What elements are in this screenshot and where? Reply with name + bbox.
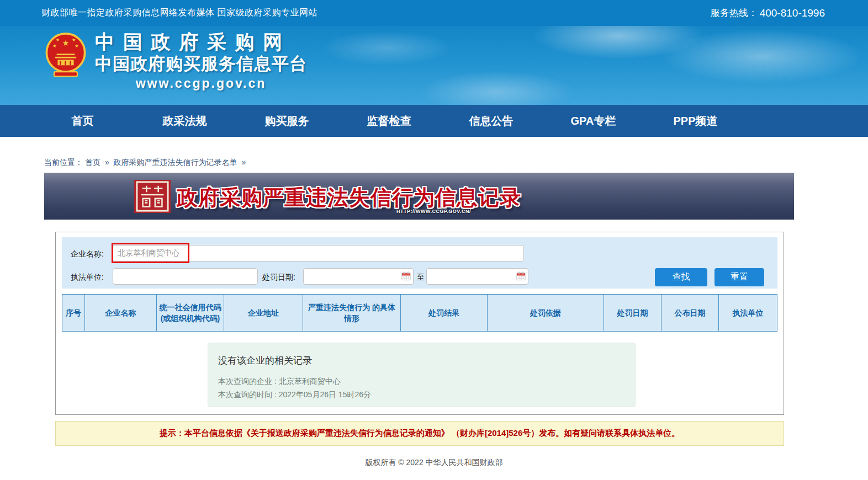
logo-text: 中 国 政 府 采 购 网 中国政府购买服务信息平台 www.ccgp.gov.… [95, 30, 307, 92]
site-url: www.ccgp.gov.cn [95, 74, 307, 92]
no-record-result-box: 没有该企业的相关记录 本次查询的企业 : 北京萃利商贸中心 本次查询的时间 : … [208, 343, 636, 407]
breadcrumb-prefix: 当前位置： [44, 158, 83, 167]
col-penalty-date: 处罚日期 [604, 295, 661, 331]
col-violation-detail: 严重违法失信行为 的具体情形 [303, 295, 400, 331]
col-company-name: 企业名称 [84, 295, 156, 331]
breadcrumb-trailing-separator: » [241, 158, 246, 167]
site-tagline: 财政部唯一指定政府采购信息网络发布媒体 国家级政府采购专业网站 [41, 7, 317, 19]
page: 财政部唯一指定政府采购信息网络发布媒体 国家级政府采购专业网站 服务热线： 40… [0, 0, 868, 480]
col-enforcement-agency: 执法单位 [718, 295, 777, 331]
svg-text:★: ★ [56, 38, 60, 42]
no-record-title: 没有该企业的相关记录 [218, 354, 635, 367]
hotline-number: 400-810-1996 [760, 7, 825, 19]
page-banner: 政府采购严重违法失信行为信息记录 HTTP://WWW.CCGP.GOV.CN/ [44, 173, 794, 220]
topbar: 财政部唯一指定政府采购信息网络发布媒体 国家级政府采购专业网站 服务热线： 40… [0, 0, 868, 26]
col-penalty-basis: 处罚依据 [487, 295, 604, 331]
find-button[interactable]: 查找 [655, 268, 707, 286]
queried-company-line: 本次查询的企业 : 北京萃利商贸中心 [218, 375, 635, 388]
col-serial-number: 序号 [62, 295, 84, 331]
site-name: 中 国 政 府 采 购 网 [95, 30, 307, 54]
service-hotline: 服务热线： 400-810-1996 [711, 7, 825, 19]
nav-item-announcements[interactable]: 信息公告 [440, 114, 542, 129]
nav-item-purchase-services[interactable]: 购买服务 [236, 114, 338, 129]
company-name-label: 企业名称: [71, 249, 104, 259]
svg-text:★: ★ [52, 44, 56, 49]
masthead: ★ ★ ★ ★ ★ 中 国 政 府 采 购 网 中国政府购买服务信息平台 [0, 26, 868, 105]
notice-bar: 提示：本平台信息依据《关于报送政府采购严重违法失信行为信息记录的通知》 （财办库… [55, 421, 784, 446]
notice-text: 提示：本平台信息依据《关于报送政府采购严重违法失信行为信息记录的通知》 （财办库… [160, 428, 680, 439]
calendar-icon[interactable] [516, 271, 526, 283]
svg-text:★: ★ [62, 39, 69, 47]
seal-stamp-icon [134, 180, 171, 215]
svg-text:★: ★ [75, 44, 78, 49]
national-emblem-icon: ★ ★ ★ ★ ★ [43, 30, 88, 83]
banner-title: 政府采购严重违法失信行为信息记录 [177, 184, 521, 212]
nav-item-ppp[interactable]: PPP频道 [644, 114, 747, 129]
queried-time-line: 本次查询的时间 : 2022年05月26日 15时26分 [218, 388, 635, 401]
nav-item-supervision[interactable]: 监督检查 [338, 114, 440, 129]
nav-item-home[interactable]: 首页 [31, 114, 134, 129]
footer-copyright: 版权所有 © 2022 中华人民共和国财政部 [0, 458, 868, 468]
calendar-icon[interactable] [401, 271, 411, 283]
col-credit-code: 统一社会信用代码 (或组织机构代码) [156, 295, 224, 331]
agency-input[interactable] [113, 268, 258, 285]
site-subtitle: 中国政府购买服务信息平台 [95, 54, 307, 74]
agency-label: 执法单位: [71, 273, 104, 282]
content-panel: 企业名称: 执法单位: 处罚日期: 至 [55, 232, 784, 415]
col-company-address: 企业地址 [224, 295, 303, 331]
company-name-input[interactable] [113, 245, 524, 262]
col-publish-date: 公布日期 [661, 295, 718, 331]
main-nav: 首页 政采法规 购买服务 监督检查 信息公告 GPA专栏 PPP频道 [0, 105, 868, 137]
nav-item-gpa[interactable]: GPA专栏 [542, 114, 644, 129]
search-form: 企业名称: 执法单位: 处罚日期: 至 [62, 237, 777, 289]
breadcrumb-current[interactable]: 政府采购严重违法失信行为记录名单 [114, 158, 237, 167]
date-from-input[interactable] [303, 268, 414, 285]
svg-text:★: ★ [72, 38, 76, 42]
site-logo[interactable]: ★ ★ ★ ★ ★ 中 国 政 府 采 购 网 中国政府购买服务信息平台 [43, 30, 307, 92]
col-penalty-result: 处罚结果 [400, 295, 487, 331]
breadcrumb-home-link[interactable]: 首页 [85, 158, 100, 167]
date-to-label: 至 [417, 273, 425, 282]
breadcrumb-separator: » [105, 158, 109, 167]
reset-button[interactable]: 重置 [714, 268, 764, 286]
hotline-label: 服务热线： [711, 7, 758, 19]
records-table-header: 序号 企业名称 统一社会信用代码 (或组织机构代码) 企业地址 严重违法失信行为… [62, 294, 777, 332]
breadcrumb: 当前位置：首页 » 政府采购严重违法失信行为记录名单 » [44, 158, 248, 168]
date-to-input[interactable] [426, 268, 528, 285]
nav-item-regulations[interactable]: 政采法规 [134, 114, 236, 129]
banner-url-caption: HTTP://WWW.CCGP.GOV.CN/ [396, 209, 471, 214]
penalty-date-label: 处罚日期: [262, 273, 295, 282]
